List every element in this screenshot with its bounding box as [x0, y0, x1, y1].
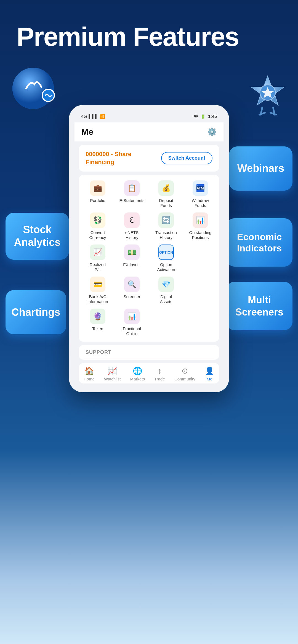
token-icon: 🔮 — [90, 309, 105, 324]
me-icon: 👤 — [205, 366, 214, 375]
support-label: SUPPORT — [86, 349, 111, 355]
estatements-label: E-Statements — [119, 198, 145, 203]
digital-icon: 💎 — [158, 277, 174, 292]
nav-watchlist[interactable]: 📈 Watchlist — [104, 366, 121, 381]
transaction-label: TransactionHistory — [155, 230, 177, 240]
screen-title: Me — [81, 127, 93, 137]
menu-item-empty4 — [184, 309, 216, 336]
nav-me-label: Me — [207, 377, 212, 381]
signal-info: 4G ▌▌▌ 📶 — [81, 114, 105, 119]
screener-icon: 🔍 — [124, 277, 140, 292]
eye-icon: 👁 — [194, 114, 198, 119]
svg-line-9 — [270, 113, 276, 115]
menu-item-empty1 — [184, 245, 216, 272]
multi-screeners-bubble: Multi Screeners — [226, 282, 292, 330]
menu-item-empty2 — [184, 277, 216, 304]
account-bar: 0000000 - ShareFinancing Switch Account — [79, 145, 219, 172]
network-icon: 4G — [81, 114, 87, 119]
menu-item-estatements[interactable]: 📋 E-Statements — [116, 180, 148, 208]
settings-icon[interactable]: ⚙️ — [207, 127, 217, 136]
convert-label: ConvertCurrency — [89, 230, 106, 240]
nav-community[interactable]: ⊙ Community — [174, 366, 195, 381]
deposit-icon: 💰 — [158, 180, 174, 196]
bottom-nav: 🏠 Home 📈 Watchlist 🌐 Markets ↕️ Trade ⊙ — [79, 363, 219, 383]
markets-icon: 🌐 — [133, 366, 142, 375]
menu-item-screener[interactable]: 🔍 Screener — [116, 277, 148, 304]
realized-icon: 📈 — [90, 245, 105, 260]
svg-point-1 — [12, 68, 54, 109]
menu-item-token[interactable]: 🔮 Token — [82, 309, 114, 336]
header-section: Premium Features — [0, 0, 298, 62]
menu-grid: 💼 Portfolio 📋 E-Statements 💰 DepositFund… — [82, 180, 216, 336]
nav-markets[interactable]: 🌐 Markets — [130, 366, 145, 381]
menu-item-bank[interactable]: 💳 Bank A/CInformation — [82, 277, 114, 304]
outstanding-label: OutstandingPositions — [189, 230, 212, 240]
transaction-icon: 🔄 — [158, 212, 174, 228]
economic-indicators-bubble: Economic Indicators — [226, 218, 292, 267]
menu-item-fx[interactable]: 💵 FX Invest — [116, 245, 148, 272]
bank-label: Bank A/CInformation — [87, 294, 108, 304]
menu-item-portfolio[interactable]: 💼 Portfolio — [82, 180, 114, 208]
withdraw-label: WithdrawFunds — [192, 198, 209, 208]
nav-me[interactable]: 👤 Me — [205, 366, 214, 381]
nav-home[interactable]: 🏠 Home — [84, 366, 95, 381]
webinars-bubble: Webinars — [229, 146, 292, 191]
convert-icon: 💱 — [90, 212, 105, 228]
fx-icon: 💵 — [124, 245, 140, 260]
token-label: Token — [92, 326, 103, 331]
enets-label: eNETSHistory — [125, 230, 139, 240]
nav-trade-label: Trade — [154, 377, 165, 381]
menu-item-convert[interactable]: 💱 ConvertCurrency — [82, 212, 114, 240]
menu-item-option[interactable]: OPTION OptionActivation — [150, 245, 182, 272]
status-bar: 4G ▌▌▌ 📶 👁 🔋 1:45 — [74, 111, 223, 122]
fractional-icon: 📊 — [124, 309, 140, 324]
menu-grid-section: 💼 Portfolio 📋 E-Statements 💰 DepositFund… — [79, 175, 219, 342]
bank-icon: 💳 — [90, 277, 105, 292]
logo-icon — [11, 66, 55, 111]
badge-icon — [246, 72, 290, 116]
fx-label: FX Invest — [123, 262, 140, 267]
menu-item-digital[interactable]: 💎 DigitalAssets — [150, 277, 182, 304]
option-label: OptionActivation — [157, 262, 175, 272]
wifi-icon: 📶 — [100, 114, 105, 119]
phone-frame: 4G ▌▌▌ 📶 👁 🔋 1:45 Me ⚙️ 0000000 - ShareF… — [69, 105, 229, 392]
menu-item-transaction[interactable]: 🔄 TransactionHistory — [150, 212, 182, 240]
estatements-icon: 📋 — [124, 180, 140, 196]
digital-label: DigitalAssets — [160, 294, 172, 304]
stock-analytics-bubble: Stock Analytics — [6, 213, 69, 260]
phone-screen: 4G ▌▌▌ 📶 👁 🔋 1:45 Me ⚙️ 0000000 - ShareF… — [74, 111, 223, 387]
support-section: SUPPORT — [79, 345, 219, 360]
switch-account-button[interactable]: Switch Account — [161, 152, 212, 164]
withdraw-icon: 🏧 — [193, 180, 208, 196]
menu-item-deposit[interactable]: 💰 DepositFunds — [150, 180, 182, 208]
deposit-label: DepositFunds — [159, 198, 173, 208]
realized-label: RealizedP/L — [90, 262, 106, 272]
nav-watchlist-label: Watchlist — [104, 377, 121, 381]
menu-item-outstanding[interactable]: 📊 OutstandingPositions — [184, 212, 216, 240]
clock: 1:45 — [208, 114, 217, 119]
nav-community-label: Community — [174, 377, 195, 381]
home-icon: 🏠 — [84, 366, 94, 375]
battery-icon: 🔋 — [200, 114, 206, 119]
account-name: 0000000 - ShareFinancing — [86, 150, 131, 166]
option-icon: OPTION — [158, 245, 174, 260]
menu-item-realized[interactable]: 📈 RealizedP/L — [82, 245, 114, 272]
svg-line-8 — [259, 113, 265, 115]
app-header: Me ⚙️ — [74, 122, 223, 141]
page-title: Premium Features — [17, 22, 281, 51]
menu-item-fractional[interactable]: 📊 FractionalOpt-in — [116, 309, 148, 336]
fractional-label: FractionalOpt-in — [123, 326, 141, 336]
menu-item-withdraw[interactable]: 🏧 WithdrawFunds — [184, 180, 216, 208]
nav-markets-label: Markets — [130, 377, 145, 381]
nav-home-label: Home — [84, 377, 95, 381]
screener-label: Screener — [124, 294, 140, 299]
menu-item-empty3 — [150, 309, 182, 336]
community-icon: ⊙ — [182, 366, 188, 375]
trade-icon: ↕️ — [158, 367, 161, 375]
menu-item-enets[interactable]: Ɛ eNETSHistory — [116, 212, 148, 240]
portfolio-icon: 💼 — [90, 180, 105, 196]
phone-mockup: 4G ▌▌▌ 📶 👁 🔋 1:45 Me ⚙️ 0000000 - ShareF… — [69, 105, 229, 392]
portfolio-label: Portfolio — [90, 198, 105, 203]
signal-bars: ▌▌▌ — [89, 114, 98, 119]
nav-trade[interactable]: ↕️ Trade — [154, 367, 165, 381]
